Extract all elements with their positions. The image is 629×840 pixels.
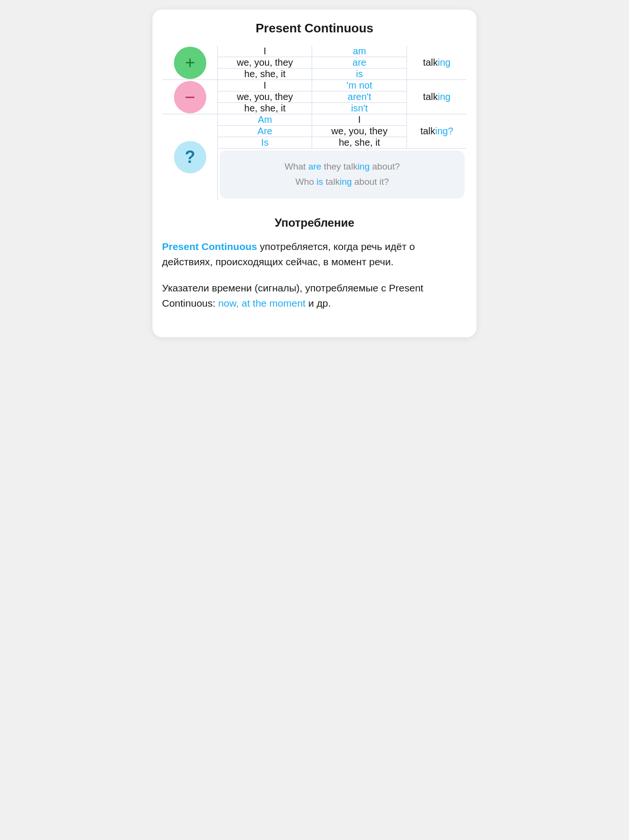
positive-icon-cell: + [162, 46, 218, 80]
ending-talk-negative: talking [423, 91, 451, 102]
subject-cell-q: I [312, 114, 407, 126]
subject-cell: I [218, 46, 312, 57]
verb-cell: am [312, 46, 407, 57]
table-row: + I am talking [162, 46, 467, 57]
subject-cell-q: we, you, they [312, 126, 407, 137]
main-card: Present Continuous + I am talking we, yo… [152, 10, 477, 337]
usage-paragraph-2: Указатели времени (сигналы), употребляем… [162, 280, 467, 311]
verb-cell-q: Are [218, 126, 312, 137]
subject-cell: he, she, it [218, 103, 312, 114]
plus-circle: + [174, 47, 206, 79]
example-cell: What are they talking about? Who is talk… [218, 149, 467, 201]
subject-cell-q: he, she, it [312, 137, 407, 149]
ending-cell-question: talking? [407, 114, 467, 149]
example-ing-2: ing [340, 177, 352, 187]
question-icon-cell: ? [162, 114, 218, 201]
subject-cell: we, you, they [218, 57, 312, 69]
time-markers: now, at the moment [218, 298, 305, 309]
minus-circle: − [174, 81, 206, 113]
card-title: Present Continuous [162, 21, 467, 36]
example-are: are [308, 161, 321, 171]
ending-talk-question: talking? [420, 126, 453, 136]
question-icon: ? [185, 147, 195, 167]
verb-cell: 'm not [312, 80, 407, 91]
example-line-1: What are they talking about? [231, 159, 453, 174]
example-is: is [316, 177, 323, 187]
grammar-table: + I am talking we, you, they are he, she… [162, 45, 467, 201]
verb-cell: isn't [312, 103, 407, 114]
usage-title: Употребление [162, 216, 467, 230]
verb-cell: aren't [312, 91, 407, 103]
subject-cell: he, she, it [218, 69, 312, 80]
ending-talk-positive: talking [423, 57, 451, 68]
usage-text-2b: и др. [308, 298, 331, 309]
ending-cell-negative: talking [407, 80, 467, 114]
example-box: What are they talking about? Who is talk… [220, 150, 465, 199]
ending-cell-positive: talking [407, 46, 467, 80]
verb-cell-q: Is [218, 137, 312, 149]
negative-icon-cell: − [162, 80, 218, 114]
plus-icon: + [185, 53, 195, 73]
usage-paragraph-1: Present Continuous употребляется, когда … [162, 239, 467, 270]
verb-cell-q: Am [218, 114, 312, 126]
example-ing-1: ing [357, 161, 369, 171]
subject-cell: I [218, 80, 312, 91]
verb-cell: is [312, 69, 407, 80]
table-row: ? Am I talking? [162, 114, 467, 126]
question-circle: ? [174, 141, 206, 173]
verb-cell: are [312, 57, 407, 69]
minus-icon: − [185, 88, 195, 106]
example-line-2: Who is talking about it? [231, 174, 453, 190]
table-row: − I 'm not talking [162, 80, 467, 91]
subject-cell: we, you, they [218, 91, 312, 103]
present-continuous-term: Present Continuous [162, 241, 257, 252]
